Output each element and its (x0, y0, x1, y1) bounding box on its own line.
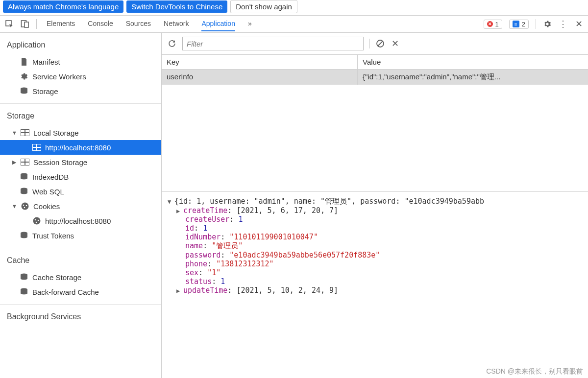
info-square-icon: ≡ (513, 21, 519, 27)
sidebar-item-manifest[interactable]: Manifest (0, 54, 161, 69)
table-icon (21, 128, 29, 137)
watermark: CSDN @未来很长，别只看眼前 (486, 367, 583, 376)
table-icon (32, 143, 41, 152)
column-header-value[interactable]: Value (358, 55, 588, 69)
kebab-menu-icon[interactable]: ⋮ (559, 20, 567, 28)
info-badge[interactable]: ≡ 2 (509, 20, 529, 29)
tab-console[interactable]: Console (88, 17, 113, 31)
sidebar-item-label: Back-forward Cache (32, 288, 99, 296)
cookie-icon (32, 216, 41, 225)
svg-rect-5 (21, 130, 24, 132)
sidebar-item-label: Session Storage (33, 158, 87, 166)
error-dot-icon: ✕ (487, 21, 493, 27)
sidebar-item-local-storage-origin[interactable]: http://localhost:8080 (0, 140, 161, 155)
svg-rect-18 (25, 163, 29, 165)
chevron-down-icon: ▼ (12, 130, 17, 136)
filter-input[interactable] (182, 37, 364, 50)
file-icon (20, 57, 28, 66)
database-icon (20, 287, 28, 296)
sidebar-item-label: Cookies (33, 202, 60, 211)
database-icon (20, 273, 28, 282)
database-icon (20, 172, 28, 181)
chevron-right-icon[interactable]: ▶ (176, 208, 183, 214)
svg-line-33 (378, 41, 383, 46)
refresh-icon[interactable] (168, 39, 176, 48)
sidebar-item-label: IndexedDB (32, 173, 69, 181)
sidebar-item-bfcache[interactable]: Back-forward Cache (0, 284, 161, 299)
svg-rect-6 (25, 130, 29, 132)
sidebar-item-session-storage[interactable]: ▶ Session Storage (0, 155, 161, 169)
chevron-right-icon: ▶ (12, 159, 17, 165)
sidebar-item-label: Manifest (32, 58, 60, 66)
chevron-down-icon: ▼ (12, 203, 17, 209)
banner-dont-show-button[interactable]: Don't show again (230, 0, 297, 13)
svg-point-22 (23, 205, 24, 206)
svg-rect-17 (21, 163, 24, 165)
tab-application[interactable]: Application (201, 17, 235, 31)
cookie-icon (21, 202, 29, 211)
sidebar-item-cache-storage[interactable]: Cache Storage (0, 270, 161, 284)
sidebar-item-trust-tokens[interactable]: Trust Tokens (0, 228, 161, 243)
tab-more[interactable]: » (248, 17, 252, 31)
svg-rect-11 (37, 144, 41, 147)
section-storage-heading: Storage (0, 109, 161, 125)
svg-rect-2 (24, 22, 28, 27)
svg-point-28 (36, 222, 37, 223)
sidebar-item-label: Web SQL (32, 188, 64, 196)
clear-icon[interactable]: ✕ (391, 39, 399, 48)
sidebar-item-label: http://localhost:8080 (45, 217, 111, 225)
sidebar-item-service-workers[interactable]: Service Workers (0, 69, 161, 84)
svg-point-27 (38, 220, 39, 221)
svg-rect-15 (21, 159, 24, 162)
section-background-heading: Background Services (0, 309, 161, 326)
chevron-right-icon[interactable]: ▶ (176, 287, 183, 294)
sidebar-item-indexeddb[interactable]: IndexedDB (0, 169, 161, 184)
toolbar-separator (536, 19, 536, 29)
inspect-element-icon[interactable] (5, 20, 14, 28)
banner-match-language-button[interactable]: Always match Chrome's language (3, 0, 123, 13)
svg-point-21 (22, 203, 29, 210)
sidebar-item-label: Storage (32, 87, 58, 95)
svg-point-23 (26, 205, 27, 207)
svg-rect-8 (25, 133, 29, 136)
table-row[interactable]: userInfo {"id":1,"username":"admin","nam… (162, 70, 588, 85)
sidebar-item-cookies-origin[interactable]: http://localhost:8080 (0, 213, 161, 228)
section-cache-heading: Cache (0, 253, 161, 270)
close-icon[interactable]: ✕ (574, 20, 583, 28)
detail-panel[interactable]: ▼{id: 1, username: "admin", name: "管理员",… (162, 192, 588, 378)
svg-point-24 (24, 207, 25, 209)
device-toggle-icon[interactable] (21, 20, 29, 28)
database-icon (20, 231, 28, 240)
column-header-key[interactable]: Key (162, 55, 358, 69)
svg-rect-10 (33, 144, 36, 147)
detail-top-line: {id: 1, username: "admin", name: "管理员", … (174, 197, 484, 206)
sidebar-item-websql[interactable]: Web SQL (0, 184, 161, 199)
sidebar-item-storage[interactable]: Storage (0, 84, 161, 98)
sidebar-item-label: Trust Tokens (32, 232, 74, 240)
info-count: 2 (522, 21, 525, 28)
svg-point-26 (35, 219, 36, 221)
tab-elements[interactable]: Elements (47, 17, 75, 31)
svg-point-25 (33, 217, 41, 225)
svg-rect-16 (25, 159, 29, 162)
section-application-heading: Application (0, 38, 161, 54)
errors-count: 1 (495, 21, 499, 28)
svg-rect-12 (33, 148, 36, 150)
block-icon[interactable] (376, 39, 385, 48)
errors-badge[interactable]: ✕ 1 (484, 20, 502, 29)
tab-network[interactable]: Network (164, 17, 189, 31)
tab-sources[interactable]: Sources (126, 17, 151, 31)
gear-icon[interactable] (543, 20, 552, 28)
sidebar-item-label: Service Workers (32, 72, 86, 81)
toolbar-separator (36, 19, 37, 29)
sidebar-item-label: http://localhost:8080 (45, 143, 111, 152)
cell-value: {"id":1,"username":"admin","name":"管理... (358, 70, 588, 85)
svg-rect-13 (37, 148, 41, 150)
svg-rect-7 (21, 133, 24, 136)
database-icon (20, 87, 28, 95)
sidebar-item-local-storage[interactable]: ▼ Local Storage (0, 125, 161, 140)
sidebar-item-cookies[interactable]: ▼ Cookies (0, 199, 161, 213)
cell-key: userInfo (162, 70, 358, 85)
banner-switch-chinese-button[interactable]: Switch DevTools to Chinese (126, 0, 227, 13)
chevron-down-icon[interactable]: ▼ (168, 198, 174, 205)
